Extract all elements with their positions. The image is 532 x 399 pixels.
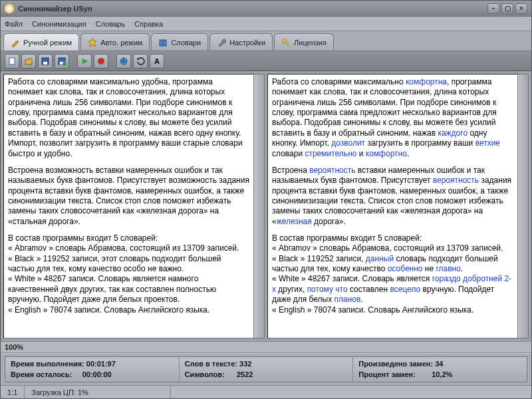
svg-marker-0 — [88, 39, 96, 47]
source-pane[interactable]: Работа со словарями максимально удобна, … — [3, 74, 254, 338]
menu-syn[interactable]: Синонимизация — [32, 20, 86, 28]
font-button[interactable]: A — [150, 54, 164, 68]
progress-bar: 100% — [1, 341, 531, 353]
res-p1: Работа со словарями максимально комфортн… — [272, 77, 513, 159]
refresh-button[interactable] — [133, 54, 148, 68]
run-button[interactable] — [77, 54, 92, 68]
tab-manual[interactable]: Ручной режим — [3, 33, 79, 51]
save-button[interactable] — [38, 54, 53, 68]
tab-label: Авто. режим — [100, 39, 142, 47]
content-area: Работа со словарями максимально удобна, … — [1, 71, 531, 341]
wrench-icon — [217, 38, 226, 47]
res-p2: Встроена вероятность вставки намеренных … — [272, 166, 513, 227]
res-p3: В состав программы входит 5 словарей:« A… — [272, 233, 513, 315]
svg-rect-5 — [9, 58, 15, 65]
stat-repl: Произведено замен: 34 Процент замен: 10,… — [353, 357, 527, 382]
saveas-button[interactable] — [55, 54, 69, 68]
status-empty — [171, 386, 531, 398]
svg-text:A: A — [154, 57, 160, 65]
tab-label: Словари — [171, 39, 201, 47]
star-icon — [88, 38, 97, 47]
svg-point-10 — [63, 62, 66, 66]
minimize-button[interactable]: – — [487, 3, 499, 14]
menubar: Файл Синонимизация Словарь Справка — [1, 17, 531, 31]
progress-value: 100% — [5, 343, 23, 351]
stats-panel: Время выполнения: 00:01:97 Время осталос… — [1, 353, 531, 385]
result-pane[interactable]: Работа со словарями максимально комфортн… — [267, 74, 518, 338]
tabbar: Ручной режим Авто. режим Словари Настрой… — [1, 31, 531, 51]
src-p2: Встроена возможность вставки намеренных … — [8, 166, 249, 227]
tab-label: Настройки — [229, 39, 265, 47]
app-icon — [5, 4, 14, 13]
menu-dict[interactable]: Словарь — [96, 20, 125, 28]
tab-label: Лицензия — [294, 39, 327, 47]
svg-line-4 — [286, 43, 289, 46]
tab-license[interactable]: Лицензия — [274, 33, 334, 51]
titlebar: Синонимайзер USyn – ▢ × — [1, 1, 531, 17]
svg-point-12 — [98, 58, 104, 65]
statusbar: 1:1 Загрузка ЦП: 1% — [1, 385, 531, 398]
stop-button[interactable] — [94, 54, 108, 68]
window-title: Синонимайзер USyn — [18, 5, 92, 13]
stat-words: Слов в тексте: 332 Символов: 2522 — [180, 357, 354, 382]
book-icon — [158, 38, 168, 47]
globe-button[interactable] — [116, 54, 131, 68]
tab-settings[interactable]: Настройки — [209, 33, 273, 51]
svg-rect-7 — [43, 62, 47, 65]
res-scrollbar[interactable] — [518, 74, 529, 338]
maximize-button[interactable]: ▢ — [501, 3, 513, 14]
open-button[interactable] — [21, 54, 36, 68]
stat-time: Время выполнения: 00:01:97 Время осталос… — [5, 357, 180, 382]
status-cpu: Загрузка ЦП: 1% — [25, 386, 171, 398]
pencil-icon — [11, 38, 20, 47]
menu-file[interactable]: Файл — [5, 20, 23, 28]
src-p3: В состав программы входит 5 словарей: « … — [8, 233, 249, 315]
key-icon — [281, 38, 291, 47]
tab-label: Ручной режим — [23, 39, 72, 47]
status-pos: 1:1 — [1, 386, 25, 398]
svg-marker-11 — [82, 59, 88, 64]
src-p1: Работа со словарями максимально удобна, … — [8, 77, 249, 159]
src-scrollbar[interactable] — [254, 74, 265, 338]
toolbar: A — [1, 51, 531, 71]
close-button[interactable]: × — [515, 3, 527, 14]
app-window: Синонимайзер USyn – ▢ × Файл Синонимизац… — [0, 0, 532, 399]
tab-dicts[interactable]: Словари — [151, 33, 208, 51]
menu-help[interactable]: Справка — [134, 20, 163, 28]
tab-auto[interactable]: Авто. режим — [80, 33, 150, 51]
new-button[interactable] — [5, 54, 19, 68]
